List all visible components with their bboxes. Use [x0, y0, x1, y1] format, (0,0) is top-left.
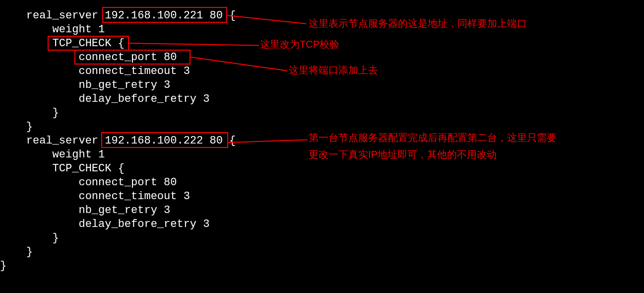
code-l7: delay_before_retry 3 [0, 93, 209, 105]
diagram-canvas: real_server 192.168.100.221 80 { weight … [0, 0, 644, 293]
code-l13: connect_port 80 [0, 176, 177, 189]
connector-line-4 [228, 139, 308, 143]
highlight-box-4 [101, 132, 228, 148]
code-l11: weight 1 [0, 148, 105, 161]
code-l19: } [0, 260, 6, 272]
code-l16: delay_before_retry 3 [0, 218, 209, 230]
code-l18: } [0, 246, 33, 258]
annotation-1: 这里表示节点服务器的这是地址，同样要加上端口 [309, 16, 527, 31]
code-l6: nb_get_retry 3 [0, 79, 170, 91]
code-l12: TCP_CHECK { [0, 162, 125, 175]
code-l2: weight 1 [0, 23, 105, 36]
code-l5: connect_timeout 3 [0, 65, 190, 77]
code-l14: connect_timeout 3 [0, 190, 190, 203]
code-l15: nb_get_retry 3 [0, 204, 170, 217]
code-l8: } [0, 107, 59, 119]
annotation-4-line1: 第一台节点服务器配置完成后再配置第二台，这里只需要 [309, 130, 557, 145]
code-l17: } [0, 232, 59, 244]
code-l10a: real_server [0, 135, 105, 147]
code-l1a: real_server [0, 9, 105, 22]
connector-line-1 [227, 15, 306, 24]
highlight-box-2 [48, 36, 129, 51]
highlight-box-1 [102, 7, 227, 23]
annotation-2: 这里改为TCP校验 [260, 37, 339, 52]
code-l9: } [0, 121, 33, 133]
annotation-4-line2: 更改一下真实IP地址即可，其他的不用改动 [309, 147, 497, 162]
highlight-box-3 [74, 50, 191, 65]
annotation-3: 这里将端口添加上去 [289, 63, 378, 77]
